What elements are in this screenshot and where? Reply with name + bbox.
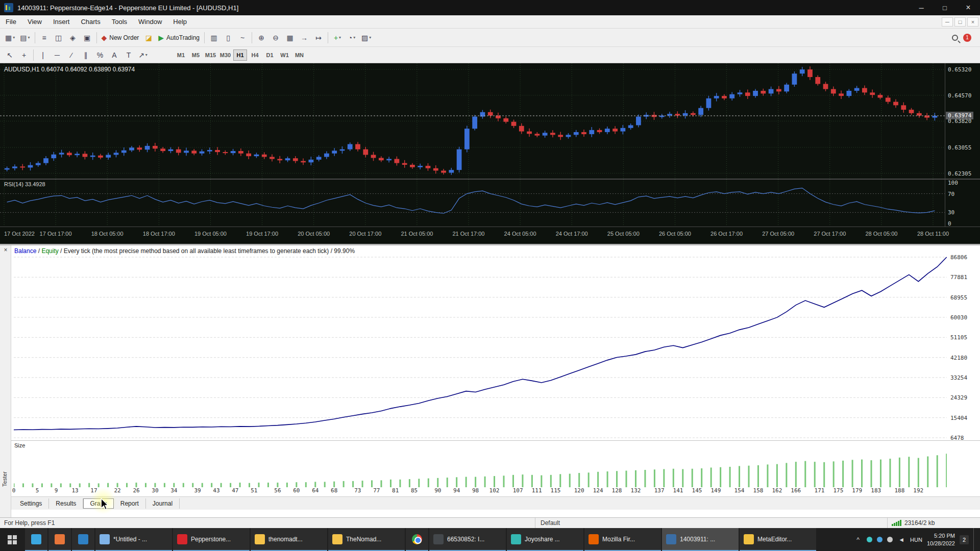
pepperstone-window[interactable]: Pepperstone... xyxy=(173,528,250,551)
price-chart-pane[interactable]: AUDUSD,H1 0.64074 0.64092 0.63890 0.6397… xyxy=(0,63,980,179)
folder-window-2[interactable]: TheNomad... xyxy=(328,528,405,551)
tab-journal[interactable]: Journal xyxy=(146,498,180,509)
market-watch-button[interactable]: ≡ xyxy=(38,31,51,44)
rsi-chart[interactable] xyxy=(0,180,945,227)
media-app[interactable] xyxy=(48,528,71,551)
firefox-window[interactable]: Mozilla Fir... xyxy=(584,528,661,551)
notification-badge[interactable]: 1 xyxy=(963,34,971,42)
timeframe-H1[interactable]: H1 xyxy=(233,49,247,61)
timeframe-M5[interactable]: M5 xyxy=(189,49,203,61)
menu-insert[interactable]: Insert xyxy=(47,15,76,28)
text-tool-button[interactable]: A xyxy=(108,48,121,62)
close-button[interactable]: × xyxy=(957,0,980,15)
chart-window[interactable]: 66530852: I... xyxy=(429,528,506,551)
label-tool-button[interactable]: T xyxy=(122,48,135,62)
tray-clock[interactable]: 5:20 PM 10/28/2022 xyxy=(927,532,955,547)
trendline-tool-button[interactable]: ∕ xyxy=(65,48,78,62)
timeframe-MN[interactable]: MN xyxy=(292,49,306,61)
trade-size-chart[interactable] xyxy=(14,450,947,487)
joyoshare-window[interactable]: Joyoshare ... xyxy=(507,528,583,551)
zoom-in-button[interactable]: ⊕ xyxy=(255,31,268,44)
folder-window-1[interactable]: thenomadt... xyxy=(251,528,327,551)
trade-number-label: 128 xyxy=(612,487,622,494)
menu-file[interactable]: File xyxy=(0,15,22,28)
tray-chevron-up-icon[interactable]: ^ xyxy=(854,536,862,544)
edge-app[interactable] xyxy=(72,528,94,551)
show-desktop-button[interactable] xyxy=(973,528,976,551)
menu-tools[interactable]: Tools xyxy=(106,15,133,28)
maximize-button[interactable]: □ xyxy=(933,0,957,15)
horizontal-line-tool-button[interactable]: ─ xyxy=(51,48,64,62)
timeframe-W1[interactable]: W1 xyxy=(278,49,291,61)
menu-charts[interactable]: Charts xyxy=(75,15,106,28)
templates-button[interactable]: ▨▾ xyxy=(359,31,373,44)
fibonacci-tool-button[interactable]: % xyxy=(93,48,107,62)
periods-button[interactable]: ◔▾ xyxy=(345,31,358,44)
menubar: FileViewInsertChartsToolsWindowHelp ─ □ … xyxy=(0,15,980,29)
auto-scroll-button[interactable]: → xyxy=(298,31,311,44)
mt4-window[interactable]: 14003911: ... xyxy=(662,528,739,551)
timeframe-M30[interactable]: M30 xyxy=(218,49,232,61)
metaeditor-button[interactable]: ◪ xyxy=(142,31,155,44)
tab-graph[interactable]: Graph xyxy=(83,498,113,509)
time-axis[interactable]: 17 Oct 202217 Oct 17:0018 Oct 05:0018 Oc… xyxy=(0,227,980,244)
cursor-tool-button[interactable]: ↖ xyxy=(3,48,16,62)
rsi-indicator-pane[interactable]: RSI(14) 33.4928 10070300 xyxy=(0,180,980,227)
line-chart-mode-button[interactable]: ~ xyxy=(236,31,249,44)
tray-language-label[interactable]: HUN xyxy=(910,537,922,543)
trade-number-label: 43 xyxy=(213,487,219,494)
new-chart-button[interactable]: ▦▾ xyxy=(3,31,17,44)
candlestick-mode-button[interactable]: ▯ xyxy=(222,31,235,44)
trade-number-label: 120 xyxy=(574,487,584,494)
navigator-button[interactable]: ◈ xyxy=(66,31,80,44)
tray-network-icon[interactable] xyxy=(887,537,893,542)
tester-close-icon[interactable]: × xyxy=(2,246,9,254)
bar-chart-mode-button[interactable]: ▥ xyxy=(207,31,220,44)
indicators-button[interactable]: +▾ xyxy=(331,31,344,44)
crosshair-tool-button[interactable]: + xyxy=(17,48,31,62)
search-icon[interactable] xyxy=(952,35,958,41)
trendline-tool-icon: ∕ xyxy=(71,52,72,59)
tab-results[interactable]: Results xyxy=(49,498,83,509)
tab-settings[interactable]: Settings xyxy=(13,498,49,509)
arrows-tool-button[interactable]: ↗▾ xyxy=(136,48,150,62)
vertical-line-tool-button[interactable]: | xyxy=(36,48,50,62)
chart-profiles-button[interactable]: ▤▾ xyxy=(18,31,32,44)
timeframe-M15[interactable]: M15 xyxy=(204,49,217,61)
data-window-button[interactable]: ◫ xyxy=(52,31,65,44)
child-close-button[interactable]: × xyxy=(967,17,978,27)
terminal-button[interactable]: ▣ xyxy=(81,31,94,44)
tab-report[interactable]: Report xyxy=(114,498,146,509)
start-button[interactable] xyxy=(0,528,24,551)
balance-graph-wrap xyxy=(14,256,947,441)
menu-view[interactable]: View xyxy=(22,15,47,28)
minimize-button[interactable]: ─ xyxy=(910,0,933,15)
candlestick-chart[interactable] xyxy=(0,63,945,179)
tile-windows-button[interactable]: ▦ xyxy=(283,31,297,44)
mail-app[interactable] xyxy=(25,528,47,551)
tray-bluetooth-icon[interactable] xyxy=(877,537,883,542)
tray-volume-icon[interactable]: ◄ xyxy=(897,536,905,544)
price-axis[interactable]: 0.63974 0.653200.645700.638200.630550.62… xyxy=(945,63,980,179)
balance-curve-chart[interactable] xyxy=(14,256,947,439)
channel-tool-button[interactable]: ∥ xyxy=(79,48,92,62)
timeframe-D1[interactable]: D1 xyxy=(263,49,277,61)
timeframe-M1[interactable]: M1 xyxy=(174,49,188,61)
chart-shift-button[interactable]: ↦ xyxy=(312,31,325,44)
child-restore-button[interactable]: □ xyxy=(954,17,966,27)
metaeditor-window[interactable]: MetaEditor... xyxy=(740,528,816,551)
timeframe-H4[interactable]: H4 xyxy=(248,49,262,61)
menu-help[interactable]: Help xyxy=(167,15,192,28)
menu-window[interactable]: Window xyxy=(133,15,167,28)
timeframe-buttons: M1M5M15M30H1H4D1W1MN xyxy=(174,49,307,61)
tray-app-icon-1[interactable] xyxy=(867,537,872,542)
notepad-window[interactable]: *Untitled - ... xyxy=(95,528,172,551)
autotrading-button[interactable]: ▶AutoTrading xyxy=(156,31,202,44)
new-order-button[interactable]: ◆New Order xyxy=(100,31,141,44)
zoom-out-button[interactable]: ⊖ xyxy=(269,31,282,44)
crosshair-tool-icon: + xyxy=(22,52,26,59)
chart-ohlc-readout: AUDUSD,H1 0.64074 0.64092 0.63890 0.6397… xyxy=(4,66,135,73)
chrome-app[interactable] xyxy=(406,528,428,551)
action-center-badge[interactable]: 2 xyxy=(960,535,969,544)
child-minimize-button[interactable]: ─ xyxy=(942,17,953,27)
